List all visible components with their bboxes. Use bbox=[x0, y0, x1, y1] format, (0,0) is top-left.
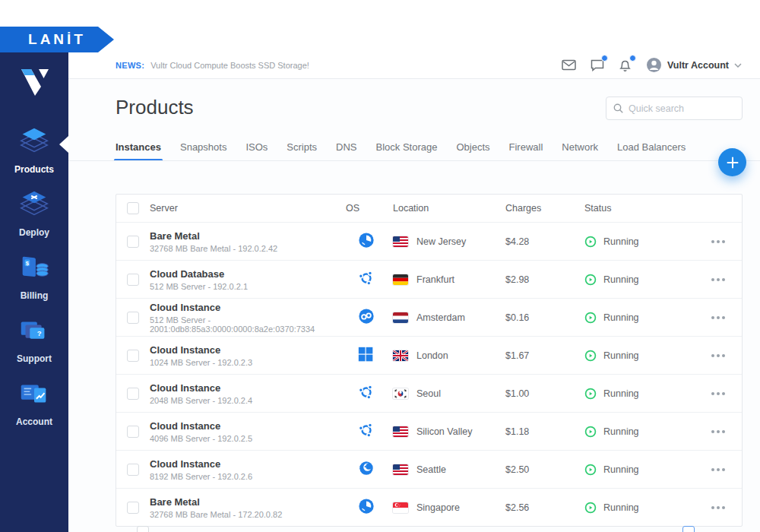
server-spec: 2048 MB Server - 192.0.2.4 bbox=[150, 396, 346, 405]
row-actions-menu[interactable] bbox=[711, 389, 725, 398]
row-checkbox[interactable] bbox=[127, 502, 139, 514]
row-checkbox[interactable] bbox=[127, 236, 139, 248]
sidebar-item-products[interactable]: Products bbox=[0, 125, 68, 188]
status-cell: Running bbox=[584, 274, 683, 286]
server-name: Bare Metal bbox=[150, 496, 346, 508]
sidebar-item-account[interactable]: Account bbox=[0, 377, 68, 440]
row-actions-menu[interactable] bbox=[711, 275, 725, 284]
table-row[interactable]: Bare Metal 32768 MB Bare Metal - 192.0.2… bbox=[116, 222, 742, 260]
row-checkbox[interactable] bbox=[127, 274, 139, 286]
tab-block-storage[interactable]: Block Storage bbox=[376, 141, 438, 161]
instances-table: Server OS Location Charges Status Bare M… bbox=[116, 194, 743, 527]
cutoff-checkbox[interactable] bbox=[137, 526, 149, 532]
lanit-logo-text: LANİT bbox=[28, 31, 86, 48]
row-checkbox[interactable] bbox=[127, 464, 139, 476]
row-checkbox[interactable] bbox=[127, 350, 139, 362]
server-spec: 8192 MB Server - 192.0.2.6 bbox=[150, 472, 346, 481]
flag-sg-icon bbox=[393, 502, 408, 513]
search-input[interactable] bbox=[629, 103, 735, 114]
svg-text:?: ? bbox=[37, 329, 42, 337]
status-text: Running bbox=[603, 274, 639, 285]
running-status-icon bbox=[584, 274, 597, 286]
status-text: Running bbox=[603, 464, 639, 475]
tab-firewall[interactable]: Firewall bbox=[509, 141, 543, 161]
location-name: Frankfurt bbox=[416, 274, 454, 285]
table-row[interactable]: Bare Metal 32768 MB Bare Metal - 172.20.… bbox=[116, 488, 742, 526]
server-spec: 512 MB Server - 2001:0db8:85a3:0000:0000… bbox=[150, 315, 346, 334]
sidebar-item-support[interactable]: ? Support bbox=[0, 314, 68, 377]
server-spec: 32768 MB Bare Metal - 192.0.2.42 bbox=[150, 244, 346, 253]
openbsd-os-icon bbox=[358, 460, 375, 480]
table-row[interactable]: Cloud Instance 4096 MB Server - 192.0.2.… bbox=[116, 412, 742, 450]
location-name: London bbox=[416, 350, 448, 361]
notifications-bell-icon[interactable] bbox=[618, 58, 633, 73]
status-cell: Running bbox=[584, 502, 683, 514]
row-actions-menu[interactable] bbox=[711, 503, 725, 512]
tab-scripts[interactable]: Scripts bbox=[287, 141, 317, 161]
location-name: Silicon Valley bbox=[416, 426, 472, 437]
avatar-icon bbox=[646, 57, 662, 73]
quick-search[interactable] bbox=[606, 97, 743, 120]
row-actions-menu[interactable] bbox=[711, 313, 725, 322]
charge-value: $2.50 bbox=[505, 464, 584, 475]
active-item-caret bbox=[59, 136, 68, 153]
os-cell bbox=[346, 347, 393, 365]
row-checkbox[interactable] bbox=[127, 312, 139, 324]
row-checkbox[interactable] bbox=[127, 388, 139, 400]
os-cell bbox=[346, 498, 393, 518]
row-actions-menu[interactable] bbox=[711, 351, 725, 360]
status-text: Running bbox=[603, 426, 639, 437]
sidebar-item-deploy[interactable]: Deploy bbox=[0, 188, 68, 251]
table-row[interactable]: Cloud Instance 1024 MB Server - 192.0.2.… bbox=[116, 336, 742, 374]
server-name: Cloud Instance bbox=[150, 302, 346, 313]
location-cell: Seoul bbox=[393, 388, 505, 399]
table-row[interactable]: Cloud Instance 8192 MB Server - 192.0.2.… bbox=[116, 450, 742, 488]
tab-dns[interactable]: DNS bbox=[336, 141, 356, 161]
table-row[interactable]: Cloud Instance 512 MB Server - 2001:0db8… bbox=[116, 298, 742, 336]
server-name: Bare Metal bbox=[150, 230, 346, 242]
server-cell: Bare Metal 32768 MB Bare Metal - 172.20.… bbox=[150, 496, 346, 519]
sidebar-item-label: Deploy bbox=[19, 227, 49, 238]
chevron-down-icon bbox=[734, 63, 742, 68]
table-row[interactable]: Cloud Database 512 MB Server - 192.0.2.1… bbox=[116, 260, 742, 298]
row-actions-menu[interactable] bbox=[711, 427, 725, 436]
page-title: Products bbox=[116, 96, 194, 119]
search-icon bbox=[613, 103, 623, 114]
tab-snapshots[interactable]: Snapshots bbox=[180, 141, 226, 161]
tab-network[interactable]: Network bbox=[562, 141, 598, 161]
ubuntu-os-icon bbox=[358, 422, 375, 442]
tab-instances[interactable]: Instances bbox=[116, 141, 161, 161]
cutoff-pagination-box[interactable] bbox=[682, 526, 695, 532]
status-cell: Running bbox=[584, 236, 683, 248]
tab-bar: InstancesSnapshotsISOsScriptsDNSBlock St… bbox=[116, 141, 686, 161]
running-status-icon bbox=[584, 388, 597, 400]
row-checkbox[interactable] bbox=[127, 426, 139, 438]
ubuntu-os-icon bbox=[358, 384, 375, 404]
row-actions-menu[interactable] bbox=[711, 465, 725, 474]
add-instance-button[interactable] bbox=[718, 148, 746, 176]
coreos-os-icon bbox=[358, 498, 375, 518]
location-cell: Silicon Valley bbox=[393, 426, 505, 437]
vultr-dashboard: LANİT Products Deploy $ Billing ? Suppor… bbox=[0, 0, 760, 532]
messages-icon[interactable] bbox=[590, 58, 605, 73]
tab-objects[interactable]: Objects bbox=[456, 141, 489, 161]
sidebar-item-label: Products bbox=[14, 164, 54, 175]
sidebar-item-label: Billing bbox=[21, 290, 49, 301]
row-actions-menu[interactable] bbox=[711, 237, 725, 246]
sidebar-item-billing[interactable]: $ Billing bbox=[0, 251, 68, 314]
location-cell: Seattle bbox=[393, 464, 505, 475]
col-charges: Charges bbox=[505, 203, 584, 214]
os-cell bbox=[346, 460, 393, 480]
vultr-logo-icon[interactable] bbox=[0, 64, 68, 103]
messages-badge bbox=[601, 55, 608, 62]
charge-value: $1.67 bbox=[505, 350, 584, 361]
account-name: Vultr Account bbox=[667, 60, 729, 71]
charge-value: $2.98 bbox=[505, 274, 584, 285]
location-name: Singapore bbox=[416, 502, 460, 513]
select-all-checkbox[interactable] bbox=[127, 202, 139, 214]
mail-icon[interactable] bbox=[562, 58, 577, 73]
tab-load-balancers[interactable]: Load Balancers bbox=[617, 141, 686, 161]
account-menu[interactable]: Vultr Account bbox=[646, 57, 742, 73]
tab-isos[interactable]: ISOs bbox=[245, 141, 268, 161]
table-row[interactable]: Cloud Instance 2048 MB Server - 192.0.2.… bbox=[116, 374, 742, 412]
